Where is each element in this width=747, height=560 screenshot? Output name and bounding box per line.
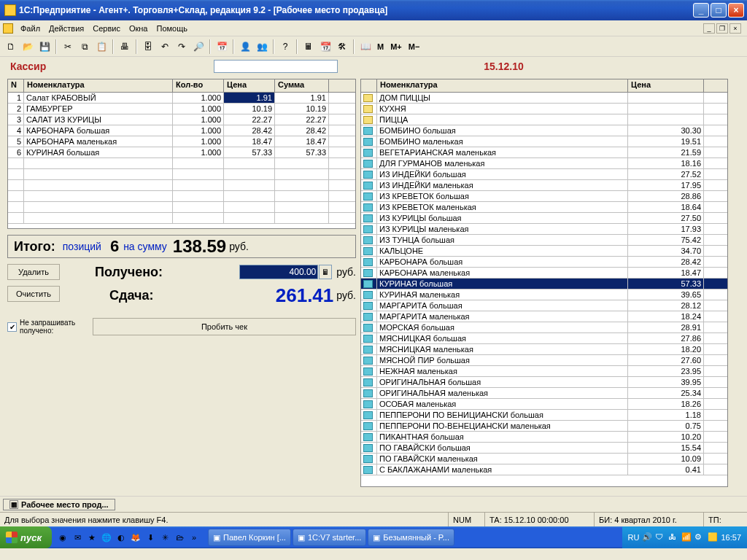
new-icon[interactable]: 🗋 <box>3 39 19 55</box>
list-item[interactable]: ИЗ ИНДЕЙКИ большая27.52 <box>361 169 727 180</box>
help-icon[interactable]: ? <box>277 39 293 55</box>
list-item[interactable]: КАРБОНАРА большая28.42 <box>361 257 727 268</box>
table-row[interactable]: 6КУРИНАЯ большая1.00057.3357.33 <box>8 147 355 158</box>
list-item[interactable]: МАРГАРИТА большая28.12 <box>361 300 727 311</box>
ql-icon[interactable]: ◐ <box>115 530 128 545</box>
m-button[interactable]: M <box>374 39 387 55</box>
table-row[interactable] <box>8 169 355 180</box>
cashier-field[interactable] <box>214 60 338 73</box>
list-item[interactable]: ОРИГИНАЛЬНАЯ большая39.95 <box>361 377 727 388</box>
list-item[interactable]: ИЗ ТУНЦА большая75.42 <box>361 235 727 246</box>
maximize-button[interactable]: □ <box>711 3 727 18</box>
save-icon[interactable]: 💾 <box>36 39 53 55</box>
table-row[interactable] <box>8 180 355 191</box>
system-tray[interactable]: RU 🔊 🛡 🖧 📶 ⚙ 🟨 16:57 <box>622 526 747 548</box>
ql-icon[interactable]: 🦊 <box>129 530 142 545</box>
list-item[interactable]: ИЗ КУРИЦЫ большая27.50 <box>361 213 727 224</box>
tray-icon[interactable]: ⚙ <box>694 532 705 542</box>
calc-icon[interactable]: 🖩 <box>301 39 317 55</box>
find-icon[interactable]: 🔎 <box>190 39 206 55</box>
punch-check-button[interactable]: Пробить чек <box>93 318 356 335</box>
cat-col-icon[interactable] <box>361 79 377 92</box>
ql-icon[interactable]: 🌐 <box>100 530 113 545</box>
cat-col-nom[interactable]: Номенклатура <box>377 79 628 92</box>
paste-icon[interactable]: 📋 <box>93 39 109 55</box>
redo-icon[interactable]: ↷ <box>174 39 190 55</box>
table-row[interactable]: 4КАРБОНАРА большая1.00028.4228.42 <box>8 125 355 136</box>
list-item[interactable]: ПИКАНТНАЯ большая10.20 <box>361 432 727 443</box>
list-item[interactable]: БОМБИНО большая30.30 <box>361 125 727 136</box>
list-item[interactable]: ВЕГЕТАРИАНСКАЯ маленькая21.59 <box>361 147 727 158</box>
list-item[interactable]: ОРИГИНАЛЬНАЯ маленькая25.34 <box>361 388 727 399</box>
print-icon[interactable]: 🖶 <box>117 39 133 55</box>
list-item[interactable]: ПИЦЦА <box>361 114 727 125</box>
col-nom[interactable]: Номенклатура <box>24 79 173 92</box>
start-button[interactable]: пуск <box>0 526 52 548</box>
received-input[interactable] <box>239 265 318 279</box>
menu-help[interactable]: Помощь <box>152 23 192 34</box>
ql-icon[interactable]: ✳ <box>158 530 171 545</box>
table-row[interactable]: 2ГАМБУРГЕР1.00010.1910.19 <box>8 104 355 114</box>
m-minus-button[interactable]: M− <box>406 39 423 55</box>
list-item[interactable]: ИЗ КРЕВЕТОК большая28.86 <box>361 191 727 202</box>
list-item[interactable]: ПО ГАВАЙСКИ маленькая10.09 <box>361 454 727 464</box>
lang-indicator[interactable]: RU <box>628 533 640 542</box>
clear-button[interactable]: Очистить <box>7 286 60 302</box>
ql-icon[interactable]: ⬇ <box>144 530 157 545</box>
ql-icon[interactable]: 🗁 <box>173 530 186 545</box>
user1-icon[interactable]: 👤 <box>237 39 253 55</box>
tray-icon[interactable]: 🖧 <box>668 532 678 542</box>
list-item[interactable]: БОМБИНО маленькая19.51 <box>361 136 727 147</box>
table-row[interactable] <box>8 158 355 169</box>
cat-col-price[interactable]: Цена <box>628 79 704 92</box>
taskbar-task[interactable]: ▣Павел Коркин [... <box>208 529 291 546</box>
close-button[interactable]: × <box>728 3 744 18</box>
list-item[interactable]: КАЛЬЦОНЕ34.70 <box>361 246 727 257</box>
delete-button[interactable]: Удалить <box>7 264 60 280</box>
app-menu-icon[interactable] <box>3 23 13 34</box>
list-item[interactable]: ДОМ ПИЦЦЫ <box>361 93 727 104</box>
open-icon[interactable]: 📂 <box>20 39 36 55</box>
list-item[interactable]: ИЗ ИНДЕЙКИ маленькая17.95 <box>361 180 727 191</box>
calculator-button[interactable]: 🖩 <box>319 265 332 279</box>
table-row[interactable] <box>8 202 355 213</box>
book-icon[interactable]: 📖 <box>357 39 374 55</box>
list-item[interactable]: КУХНЯ <box>361 104 727 114</box>
mdi-restore-button[interactable]: ❐ <box>716 23 728 34</box>
list-item[interactable]: ПО ГАВАЙСКИ большая15.54 <box>361 443 727 454</box>
cut-icon[interactable]: ✂ <box>60 39 76 55</box>
list-item[interactable]: НЕЖНАЯ маленькая23.95 <box>361 366 727 377</box>
list-item[interactable]: КУРИНАЯ маленькая39.65 <box>361 289 727 300</box>
col-n[interactable]: N <box>8 79 24 92</box>
tray-icon[interactable]: 📶 <box>681 532 692 542</box>
table-row[interactable]: 3САЛАТ ИЗ КУРИЦЫ1.00022.2722.27 <box>8 114 355 125</box>
ql-icon[interactable]: ★ <box>85 530 98 545</box>
ql-expand-icon[interactable]: » <box>187 530 201 545</box>
col-price[interactable]: Цена <box>224 79 275 92</box>
taskbar-task[interactable]: ▣Безымянный - P... <box>368 529 454 546</box>
col-sum[interactable]: Сумма <box>275 79 329 92</box>
ql-icon[interactable]: ✉ <box>71 530 84 545</box>
table-row[interactable] <box>8 213 355 224</box>
clock[interactable]: 16:57 <box>721 533 741 542</box>
copy-icon[interactable]: ⧉ <box>77 39 93 55</box>
user2-icon[interactable]: 👥 <box>254 39 270 55</box>
mdi-minimize-button[interactable]: _ <box>703 23 715 34</box>
table-row[interactable]: 5КАРБОНАРА маленькая1.00018.4718.47 <box>8 136 355 147</box>
no-ask-received-checkbox[interactable]: ✔ <box>7 322 17 332</box>
list-item[interactable]: ПЕППЕРОНИ ПО-ВЕНЕЦИАНСКИ маленькая0.75 <box>361 421 727 432</box>
list-item[interactable]: КАРБОНАРА маленькая18.47 <box>361 268 727 279</box>
menu-windows[interactable]: Окна <box>125 23 152 34</box>
tool-icon[interactable]: 🛠 <box>334 39 350 55</box>
list-item[interactable]: МАРГАРИТА маленькая18.24 <box>361 311 727 322</box>
list-item[interactable]: МЯСНОЙ ПИР большая27.60 <box>361 355 727 366</box>
list-item[interactable]: ДЛЯ ГУРМАНОВ маленькая18.16 <box>361 158 727 169</box>
doc-tab-active[interactable]: ▦ Рабочее место прод... <box>3 499 115 510</box>
list-item[interactable]: С БАКЛАЖАНАМИ маленькая0.41 <box>361 464 727 475</box>
tray-icon[interactable]: 🔊 <box>642 532 652 542</box>
ql-icon[interactable]: ◉ <box>56 530 69 545</box>
list-item[interactable]: МЯСНИЦКАЯ маленькая18.20 <box>361 344 727 355</box>
col-qty[interactable]: Кол-во <box>173 79 224 92</box>
menu-actions[interactable]: Действия <box>44 23 88 34</box>
m-plus-button[interactable]: M+ <box>387 39 405 55</box>
